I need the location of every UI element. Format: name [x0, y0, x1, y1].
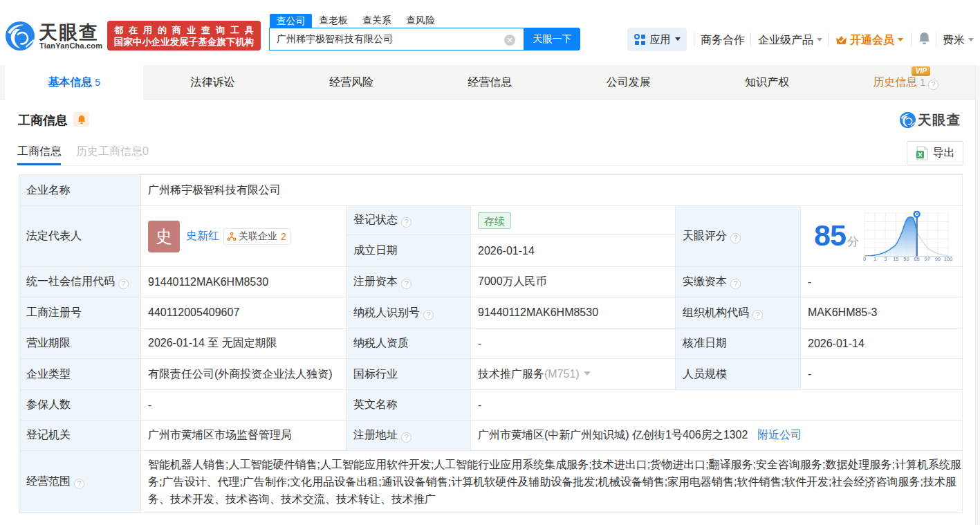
svg-text:100: 100	[944, 256, 953, 262]
svg-text:0: 0	[863, 256, 866, 262]
svg-text:85: 85	[914, 256, 919, 262]
svg-text:99: 99	[935, 256, 941, 262]
svg-text:15: 15	[893, 256, 898, 262]
svg-text:50: 50	[903, 256, 909, 262]
svg-text:97: 97	[924, 256, 930, 262]
svg-text:3: 3	[884, 256, 887, 262]
svg-text:1: 1	[873, 256, 876, 262]
